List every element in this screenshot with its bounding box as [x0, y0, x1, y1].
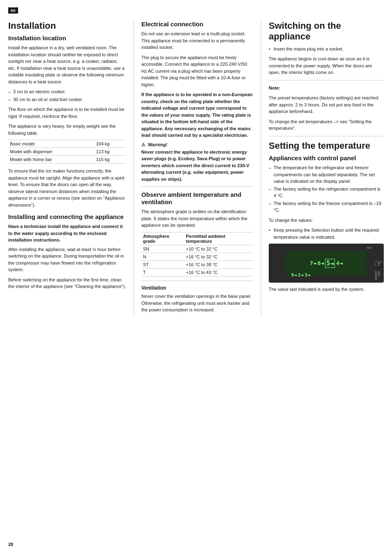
switching-on-title: Switching on the appliance	[269, 21, 384, 42]
list-item: 3 cm to an electric cooker.	[8, 88, 126, 95]
observe-ambient-title: Observe ambient temperature and ventilat…	[141, 191, 254, 206]
switching-on-list: Insert the mains plug into a socket.	[269, 46, 384, 53]
list-item: The factory setting for the refrigerator…	[269, 186, 384, 199]
grade-cell: T	[141, 268, 184, 276]
table-row: Basic model 104 kg	[8, 140, 126, 148]
electrical-p1: Do not use an extension lead or a multi-…	[141, 30, 254, 51]
table-row: SN +10 °C to 32 °C	[141, 245, 254, 253]
page-container: en Installation Installation location In…	[0, 0, 392, 555]
col-middle: Electrical connection Do not use an exte…	[134, 21, 261, 317]
control-panel-image: 7◄ 6◄ 5◄ 4◄ 8◄ 2◄ 3◄ refri-gerator ☞ sup	[269, 244, 384, 283]
table-row: T +16 °C to 43 °C	[141, 268, 254, 276]
observe-ambient-p1: The atmosphere grade is written on the i…	[141, 208, 254, 229]
divider	[141, 187, 254, 187]
note-label: Note:	[269, 85, 280, 90]
ambient-table: Atmosphere grade Permitted ambient tempe…	[141, 232, 254, 276]
list-item: Insert the mains plug into a socket.	[269, 46, 384, 53]
col-left: Installation Installation location Insta…	[8, 21, 134, 317]
divider	[269, 80, 384, 81]
electrical-bold: If the appliance is to be operated in a …	[141, 91, 254, 139]
grade-cell: ST	[141, 260, 184, 268]
divider	[141, 281, 254, 281]
table-row: ST +16 °C to 38 °C	[141, 260, 254, 268]
note-text: The preset temperatures (factory setting…	[269, 94, 384, 115]
installation-list: 3 cm to an electric cooker. 30 cm to an …	[8, 88, 126, 103]
installation-p3: The appliance is very heavy, for empty w…	[8, 123, 126, 136]
value-saved-p: The value last indicated is saved by the…	[269, 286, 384, 293]
setting-temp-list: The temperature for the refrigerator and…	[269, 164, 384, 214]
col-right: Switching on the appliance Insert the ma…	[261, 21, 384, 317]
list-item: Keep pressing the Selection button until…	[269, 227, 384, 240]
table-header-row: Atmosphere grade Permitted ambient tempe…	[141, 232, 254, 245]
installing-connecting-title: Installing and connecting the appliance	[8, 213, 126, 221]
model-cell: Basic model	[8, 140, 95, 148]
electrical-p2: The plug to secure the appliance must be…	[141, 54, 254, 88]
weight-cell: 115 kg	[95, 156, 126, 164]
installation-p2: The floor on which the appliance is to b…	[8, 106, 126, 120]
warning-block: ⚠ Warning! Never connect the appliance t…	[141, 142, 254, 183]
installing-connecting-section: Installing and connecting the appliance …	[8, 213, 126, 290]
table-row: Model with dispenser 113 kg	[8, 148, 126, 156]
technician-note: Have a technician install the appliance …	[8, 223, 126, 244]
installation-p4: To ensure that the ice maker functions c…	[8, 168, 126, 208]
weight-cell: 104 kg	[95, 140, 126, 148]
display-screen: 7◄ 6◄ 5◄ 4◄ 8◄ 2◄ 3◄	[286, 251, 367, 276]
ventilation-title: Ventilation	[141, 285, 254, 292]
change-temp-ref: To change the set temperatures –> see "S…	[269, 118, 384, 132]
finger-pointer-icon: ☞	[374, 258, 383, 269]
table-row: Model with home bar 115 kg	[8, 156, 126, 164]
temp-cell: +16 °C to 38 °C	[184, 260, 254, 268]
weight-cell: 113 kg	[95, 148, 126, 156]
model-cell: Model with home bar	[8, 156, 95, 164]
weight-table: Basic model 104 kg Model with dispenser …	[8, 140, 126, 164]
list-item: 30 cm to an oil or solid-fuel cooker.	[8, 96, 126, 103]
temp-cell: +16 °C to 43 °C	[184, 268, 254, 276]
atmosphere-grade-header: Atmosphere grade	[141, 232, 184, 245]
list-item: The factory setting for the freezer comp…	[269, 200, 384, 214]
sup-label: sup	[367, 246, 371, 249]
model-cell: Model with dispenser	[8, 148, 95, 156]
page-number: 28	[8, 542, 13, 547]
installation-location-title: Installation location	[8, 35, 126, 42]
note-block: Note:	[269, 85, 384, 92]
switching-on-p1: The appliance begins to cool down as soo…	[269, 55, 384, 76]
refri-label: refri-gerator	[375, 271, 380, 280]
change-values-p: To change the values:	[269, 217, 384, 224]
installation-location-p1: Install the appliance in a dry, well ven…	[8, 44, 126, 85]
warning-title-text: Warning!	[148, 142, 167, 147]
warning-text: Never connect the appliance to electroni…	[141, 149, 254, 183]
appliances-control-panel-title: Appliances with control panel	[269, 154, 384, 162]
table-row: N +16 °C to 32 °C	[141, 253, 254, 260]
permitted-temp-header: Permitted ambient temperature	[184, 232, 254, 245]
temp-cell: +10 °C to 32 °C	[184, 245, 254, 253]
grade-cell: N	[141, 253, 184, 260]
main-title: Installation	[8, 21, 126, 31]
installing-p1: After installing the appliance, wait at …	[8, 246, 126, 273]
grade-cell: SN	[141, 245, 184, 253]
warning-icon: ⚠	[141, 142, 145, 147]
columns-wrapper: Installation Installation location Insta…	[8, 21, 384, 317]
installing-p2: Before switching on the appliance for th…	[8, 276, 126, 290]
temp-cell: +16 °C to 32 °C	[184, 253, 254, 260]
electrical-connection-title: Electrical connection	[141, 21, 254, 28]
divider	[269, 136, 384, 136]
lang-badge: en	[8, 7, 18, 14]
keep-pressing-list: Keep pressing the Selection button until…	[269, 227, 384, 240]
list-item: The temperature for the refrigerator and…	[269, 164, 384, 185]
ventilation-p1: Never cover the ventilation openings in …	[141, 293, 254, 313]
setting-temp-title: Setting the temperature	[269, 140, 384, 151]
warning-title: ⚠ Warning!	[141, 142, 254, 147]
